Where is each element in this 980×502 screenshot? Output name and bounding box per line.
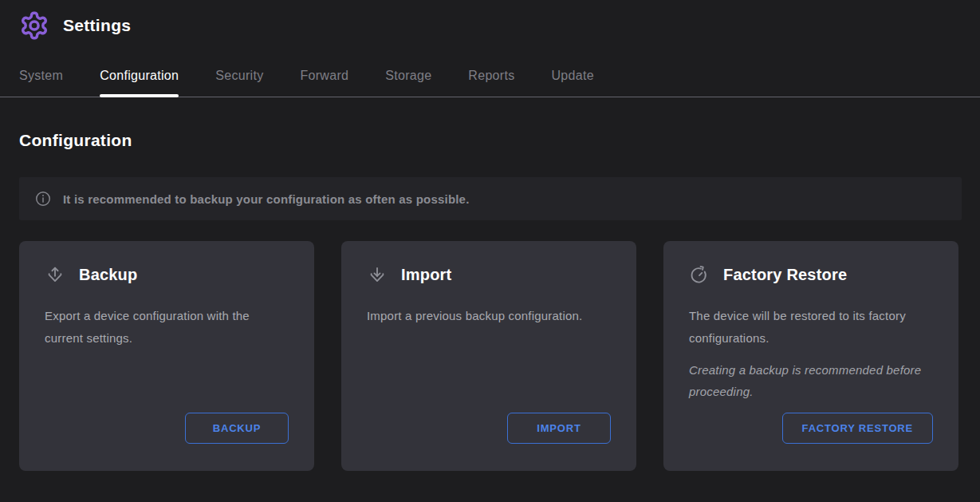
tab-security[interactable]: Security — [215, 69, 263, 97]
import-card-header: Import — [367, 264, 611, 285]
factory-restore-card-description: The device will be restored to its facto… — [689, 305, 933, 350]
page-title: Configuration — [19, 131, 961, 150]
backup-card-description: Export a device configuration with the c… — [45, 305, 289, 350]
info-banner: It is recommended to backup your configu… — [19, 177, 962, 220]
import-card: Import Import a previous backup configur… — [341, 241, 636, 471]
factory-restore-card-header: Factory Restore — [689, 264, 933, 285]
tab-reports[interactable]: Reports — [468, 69, 514, 97]
tab-forward[interactable]: Forward — [300, 69, 348, 97]
tab-configuration[interactable]: Configuration — [100, 69, 179, 97]
tab-system[interactable]: System — [19, 69, 63, 97]
app-title: Settings — [63, 16, 131, 35]
info-icon — [34, 190, 52, 208]
download-icon — [367, 264, 388, 285]
action-cards: Backup Export a device configuration wit… — [19, 241, 958, 471]
upload-icon — [45, 264, 65, 285]
backup-card: Backup Export a device configuration wit… — [19, 241, 314, 471]
factory-restore-button[interactable]: FACTORY RESTORE — [782, 413, 933, 444]
app-header: Settings — [0, 0, 980, 48]
backup-card-header: Backup — [45, 264, 289, 285]
factory-restore-card-title: Factory Restore — [723, 266, 847, 284]
info-banner-text: It is recommended to backup your configu… — [63, 192, 470, 206]
backup-button[interactable]: BACKUP — [185, 413, 289, 444]
factory-restore-card: Factory Restore The device will be resto… — [663, 241, 958, 471]
import-button[interactable]: IMPORT — [507, 413, 611, 444]
factory-restore-card-note: Creating a backup is recommended before … — [689, 359, 933, 404]
tab-storage[interactable]: Storage — [385, 69, 431, 97]
restore-icon — [689, 264, 710, 285]
settings-tabbar: System Configuration Security Forward St… — [0, 69, 980, 97]
import-card-description: Import a previous backup configuration. — [367, 305, 611, 327]
gear-icon — [19, 10, 49, 41]
tab-update[interactable]: Update — [551, 69, 593, 97]
import-card-title: Import — [401, 266, 451, 284]
backup-card-title: Backup — [79, 266, 137, 284]
